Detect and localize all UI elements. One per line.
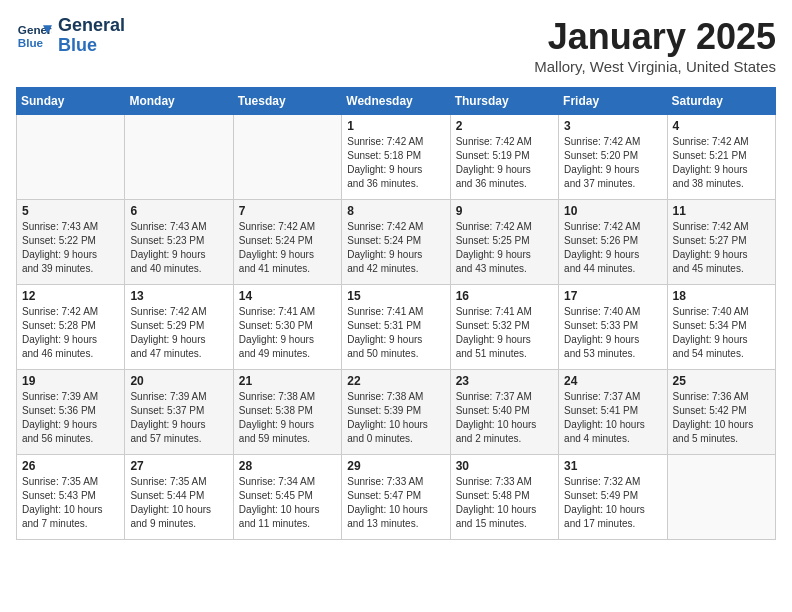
calendar-cell: 22Sunrise: 7:38 AM Sunset: 5:39 PM Dayli…: [342, 370, 450, 455]
day-number: 17: [564, 289, 661, 303]
calendar-table: SundayMondayTuesdayWednesdayThursdayFrid…: [16, 87, 776, 540]
day-info: Sunrise: 7:35 AM Sunset: 5:44 PM Dayligh…: [130, 475, 227, 531]
calendar-header: SundayMondayTuesdayWednesdayThursdayFrid…: [17, 88, 776, 115]
day-info: Sunrise: 7:42 AM Sunset: 5:20 PM Dayligh…: [564, 135, 661, 191]
day-info: Sunrise: 7:42 AM Sunset: 5:25 PM Dayligh…: [456, 220, 553, 276]
calendar-cell: 29Sunrise: 7:33 AM Sunset: 5:47 PM Dayli…: [342, 455, 450, 540]
calendar-cell: 6Sunrise: 7:43 AM Sunset: 5:23 PM Daylig…: [125, 200, 233, 285]
weekday-header-friday: Friday: [559, 88, 667, 115]
day-info: Sunrise: 7:41 AM Sunset: 5:32 PM Dayligh…: [456, 305, 553, 361]
day-number: 12: [22, 289, 119, 303]
weekday-header-wednesday: Wednesday: [342, 88, 450, 115]
day-info: Sunrise: 7:42 AM Sunset: 5:24 PM Dayligh…: [347, 220, 444, 276]
weekday-row: SundayMondayTuesdayWednesdayThursdayFrid…: [17, 88, 776, 115]
day-number: 14: [239, 289, 336, 303]
day-number: 27: [130, 459, 227, 473]
calendar-cell: 17Sunrise: 7:40 AM Sunset: 5:33 PM Dayli…: [559, 285, 667, 370]
day-number: 2: [456, 119, 553, 133]
calendar-cell: 1Sunrise: 7:42 AM Sunset: 5:18 PM Daylig…: [342, 115, 450, 200]
calendar-cell: 31Sunrise: 7:32 AM Sunset: 5:49 PM Dayli…: [559, 455, 667, 540]
day-info: Sunrise: 7:39 AM Sunset: 5:37 PM Dayligh…: [130, 390, 227, 446]
day-info: Sunrise: 7:42 AM Sunset: 5:29 PM Dayligh…: [130, 305, 227, 361]
day-info: Sunrise: 7:33 AM Sunset: 5:47 PM Dayligh…: [347, 475, 444, 531]
calendar-cell: 19Sunrise: 7:39 AM Sunset: 5:36 PM Dayli…: [17, 370, 125, 455]
page-header: General Blue General Blue January 2025 M…: [16, 16, 776, 75]
calendar-cell: 3Sunrise: 7:42 AM Sunset: 5:20 PM Daylig…: [559, 115, 667, 200]
day-number: 31: [564, 459, 661, 473]
day-number: 13: [130, 289, 227, 303]
weekday-header-sunday: Sunday: [17, 88, 125, 115]
title-section: January 2025 Mallory, West Virginia, Uni…: [534, 16, 776, 75]
day-info: Sunrise: 7:34 AM Sunset: 5:45 PM Dayligh…: [239, 475, 336, 531]
day-info: Sunrise: 7:33 AM Sunset: 5:48 PM Dayligh…: [456, 475, 553, 531]
weekday-header-saturday: Saturday: [667, 88, 775, 115]
calendar-cell: [233, 115, 341, 200]
calendar-cell: [17, 115, 125, 200]
calendar-cell: 30Sunrise: 7:33 AM Sunset: 5:48 PM Dayli…: [450, 455, 558, 540]
calendar-cell: 2Sunrise: 7:42 AM Sunset: 5:19 PM Daylig…: [450, 115, 558, 200]
calendar-cell: 14Sunrise: 7:41 AM Sunset: 5:30 PM Dayli…: [233, 285, 341, 370]
calendar-cell: 8Sunrise: 7:42 AM Sunset: 5:24 PM Daylig…: [342, 200, 450, 285]
day-number: 8: [347, 204, 444, 218]
day-number: 9: [456, 204, 553, 218]
calendar-cell: 10Sunrise: 7:42 AM Sunset: 5:26 PM Dayli…: [559, 200, 667, 285]
calendar-cell: 7Sunrise: 7:42 AM Sunset: 5:24 PM Daylig…: [233, 200, 341, 285]
day-info: Sunrise: 7:38 AM Sunset: 5:39 PM Dayligh…: [347, 390, 444, 446]
day-number: 20: [130, 374, 227, 388]
calendar-week-row: 19Sunrise: 7:39 AM Sunset: 5:36 PM Dayli…: [17, 370, 776, 455]
day-number: 24: [564, 374, 661, 388]
calendar-week-row: 5Sunrise: 7:43 AM Sunset: 5:22 PM Daylig…: [17, 200, 776, 285]
svg-text:Blue: Blue: [18, 36, 44, 49]
calendar-cell: [667, 455, 775, 540]
day-info: Sunrise: 7:32 AM Sunset: 5:49 PM Dayligh…: [564, 475, 661, 531]
day-number: 28: [239, 459, 336, 473]
day-info: Sunrise: 7:38 AM Sunset: 5:38 PM Dayligh…: [239, 390, 336, 446]
day-info: Sunrise: 7:42 AM Sunset: 5:21 PM Dayligh…: [673, 135, 770, 191]
day-info: Sunrise: 7:37 AM Sunset: 5:41 PM Dayligh…: [564, 390, 661, 446]
logo-text-line1: General: [58, 16, 125, 36]
day-number: 26: [22, 459, 119, 473]
day-info: Sunrise: 7:36 AM Sunset: 5:42 PM Dayligh…: [673, 390, 770, 446]
calendar-cell: 23Sunrise: 7:37 AM Sunset: 5:40 PM Dayli…: [450, 370, 558, 455]
calendar-body: 1Sunrise: 7:42 AM Sunset: 5:18 PM Daylig…: [17, 115, 776, 540]
day-number: 23: [456, 374, 553, 388]
day-info: Sunrise: 7:42 AM Sunset: 5:19 PM Dayligh…: [456, 135, 553, 191]
day-info: Sunrise: 7:40 AM Sunset: 5:34 PM Dayligh…: [673, 305, 770, 361]
calendar-cell: 28Sunrise: 7:34 AM Sunset: 5:45 PM Dayli…: [233, 455, 341, 540]
calendar-week-row: 26Sunrise: 7:35 AM Sunset: 5:43 PM Dayli…: [17, 455, 776, 540]
calendar-cell: 15Sunrise: 7:41 AM Sunset: 5:31 PM Dayli…: [342, 285, 450, 370]
weekday-header-tuesday: Tuesday: [233, 88, 341, 115]
day-info: Sunrise: 7:37 AM Sunset: 5:40 PM Dayligh…: [456, 390, 553, 446]
calendar-cell: 9Sunrise: 7:42 AM Sunset: 5:25 PM Daylig…: [450, 200, 558, 285]
day-info: Sunrise: 7:42 AM Sunset: 5:26 PM Dayligh…: [564, 220, 661, 276]
calendar-cell: [125, 115, 233, 200]
calendar-subtitle: Mallory, West Virginia, United States: [534, 58, 776, 75]
day-info: Sunrise: 7:41 AM Sunset: 5:31 PM Dayligh…: [347, 305, 444, 361]
calendar-cell: 16Sunrise: 7:41 AM Sunset: 5:32 PM Dayli…: [450, 285, 558, 370]
logo: General Blue General Blue: [16, 16, 125, 56]
calendar-cell: 5Sunrise: 7:43 AM Sunset: 5:22 PM Daylig…: [17, 200, 125, 285]
logo-icon: General Blue: [16, 18, 52, 54]
day-info: Sunrise: 7:42 AM Sunset: 5:24 PM Dayligh…: [239, 220, 336, 276]
day-number: 30: [456, 459, 553, 473]
calendar-cell: 27Sunrise: 7:35 AM Sunset: 5:44 PM Dayli…: [125, 455, 233, 540]
weekday-header-thursday: Thursday: [450, 88, 558, 115]
calendar-cell: 4Sunrise: 7:42 AM Sunset: 5:21 PM Daylig…: [667, 115, 775, 200]
day-number: 16: [456, 289, 553, 303]
day-number: 19: [22, 374, 119, 388]
day-info: Sunrise: 7:42 AM Sunset: 5:27 PM Dayligh…: [673, 220, 770, 276]
calendar-cell: 21Sunrise: 7:38 AM Sunset: 5:38 PM Dayli…: [233, 370, 341, 455]
calendar-cell: 20Sunrise: 7:39 AM Sunset: 5:37 PM Dayli…: [125, 370, 233, 455]
day-info: Sunrise: 7:43 AM Sunset: 5:23 PM Dayligh…: [130, 220, 227, 276]
day-number: 18: [673, 289, 770, 303]
logo-text-line2: Blue: [58, 36, 125, 56]
day-number: 6: [130, 204, 227, 218]
day-number: 15: [347, 289, 444, 303]
day-info: Sunrise: 7:39 AM Sunset: 5:36 PM Dayligh…: [22, 390, 119, 446]
day-number: 7: [239, 204, 336, 218]
day-number: 4: [673, 119, 770, 133]
calendar-cell: 12Sunrise: 7:42 AM Sunset: 5:28 PM Dayli…: [17, 285, 125, 370]
day-info: Sunrise: 7:43 AM Sunset: 5:22 PM Dayligh…: [22, 220, 119, 276]
day-number: 21: [239, 374, 336, 388]
weekday-header-monday: Monday: [125, 88, 233, 115]
